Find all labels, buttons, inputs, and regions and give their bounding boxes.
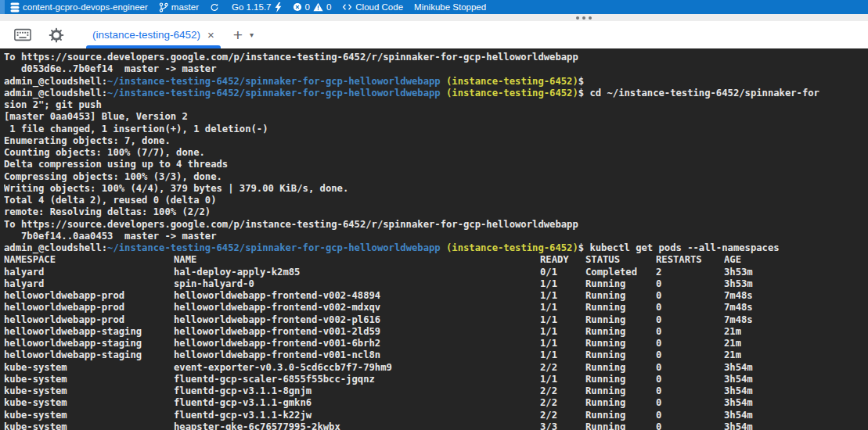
terminal-line: admin_@cloudshell:~/instance-testing-645… — [4, 242, 868, 254]
drag-handle-icon[interactable] — [576, 16, 592, 20]
tab-label: (instance-testing-6452) — [92, 29, 200, 41]
database-icon — [10, 2, 20, 13]
statusbar: content-gcpro-devops-engineer master Go … — [0, 0, 868, 14]
keyboard-icon[interactable] — [14, 28, 31, 41]
terminal-line: kube-systemfluentd-gcp-v3.1.1-gmkn62/2Ru… — [4, 397, 868, 409]
project-selector[interactable]: content-gcpro-devops-engineer — [5, 0, 153, 14]
code-brackets-icon — [342, 2, 352, 12]
error-icon — [293, 2, 302, 12]
sync-button[interactable] — [204, 0, 225, 14]
terminal-line: Delta compression using up to 4 threads — [4, 159, 868, 170]
terminal-line: Writing objects: 100% (4/4), 379 bytes |… — [4, 183, 868, 195]
terminal-line: halyardhal-deploy-apply-k2m850/1Complete… — [4, 267, 868, 278]
error-count: 0 — [305, 2, 310, 12]
terminal-line: kube-systemevent-exporter-v0.3.0-5cd6ccb… — [4, 362, 868, 374]
terminal-line: To https://source.developers.google.com/… — [4, 52, 868, 63]
warning-count: 0 — [326, 2, 331, 12]
terminal-output[interactable]: To https://source.developers.google.com/… — [0, 48, 868, 430]
terminal-line: helloworldwebapp-staginghelloworldwebapp… — [4, 326, 868, 338]
terminal-line: Compressing objects: 100% (3/3), done. — [4, 171, 868, 183]
terminal-line: Total 4 (delta 2), reused 0 (delta 0) — [4, 195, 868, 206]
go-version-label: Go 1.15.7 — [232, 2, 272, 12]
go-version-indicator[interactable]: Go 1.15.7 — [226, 0, 287, 14]
branch-label: master — [171, 2, 199, 12]
terminal-line: kube-systemfluentd-gcp-scaler-6855f55bcc… — [4, 374, 868, 385]
problems-indicator[interactable]: 0 0 — [287, 0, 337, 14]
new-tab-button[interactable]: + — [233, 26, 243, 45]
pane-divider — [0, 14, 868, 21]
sync-icon — [210, 2, 219, 13]
terminal-line: remote: Resolving deltas: 100% (2/2) — [4, 206, 868, 218]
minikube-label: Minikube Stopped — [414, 2, 486, 12]
git-branch-indicator[interactable]: master — [153, 0, 204, 14]
terminal-line: sion 2"; git push — [4, 99, 868, 111]
terminal-line: kube-systemfluentd-gcp-v3.1.1-8gnjm2/2Ru… — [4, 385, 868, 397]
terminal-line: helloworldwebapp-staginghelloworldwebapp… — [4, 338, 868, 349]
lightning-icon — [275, 2, 282, 13]
terminal-line: 7b0ef14..0aa0453 master -> master — [4, 231, 868, 242]
terminal-line: admin_@cloudshell:~/instance-testing-645… — [4, 76, 868, 88]
terminal-line: Counting objects: 100% (7/7), done. — [4, 147, 868, 159]
terminal-line: helloworldwebapp-staginghelloworldwebapp… — [4, 349, 868, 361]
terminal-line: admin_@cloudshell:~/instance-testing-645… — [4, 88, 868, 99]
cloud-code-button[interactable]: Cloud Code — [337, 0, 409, 14]
gear-icon[interactable] — [49, 27, 64, 43]
chevron-down-icon[interactable]: ▾ — [250, 30, 254, 39]
terminal-tabbar: (instance-testing-6452) × + ▾ — [0, 21, 868, 48]
warning-icon — [313, 2, 323, 12]
terminal-line: Enumerating objects: 7, done. — [4, 135, 868, 147]
terminal-line: [master 0aa0453] Blue, Version 2 — [4, 111, 868, 123]
close-icon[interactable]: × — [207, 29, 214, 41]
terminal-line: kube-systemfluentd-gcp-v3.1.1-k22jw2/2Ru… — [4, 410, 868, 421]
tab-instance-testing-6452[interactable]: (instance-testing-6452) × — [85, 21, 222, 48]
terminal-line: halyardspin-halyard-01/1Running03h53m — [4, 278, 868, 290]
terminal-line: 1 file changed, 1 insertion(+), 1 deleti… — [4, 124, 868, 135]
minikube-status[interactable]: Minikube Stopped — [409, 0, 492, 14]
terminal-line: kube-systemheapster-gke-6c76577995-2kwbx… — [4, 421, 868, 430]
terminal-line: helloworldwebapp-prodhelloworldwebapp-fr… — [4, 290, 868, 302]
terminal-line: NAMESPACENAMEREADYSTATUSRESTARTSAGE — [4, 254, 868, 266]
project-label: content-gcpro-devops-engineer — [23, 2, 148, 12]
terminal-line: To https://source.developers.google.com/… — [4, 219, 868, 231]
terminal-line: helloworldwebapp-prodhelloworldwebapp-fr… — [4, 314, 868, 326]
cloud-code-label: Cloud Code — [355, 2, 403, 12]
terminal-line: d053d6e..7b0ef14 master -> master — [4, 63, 868, 75]
terminal-line: helloworldwebapp-prodhelloworldwebapp-fr… — [4, 302, 868, 314]
git-branch-icon — [159, 2, 168, 13]
